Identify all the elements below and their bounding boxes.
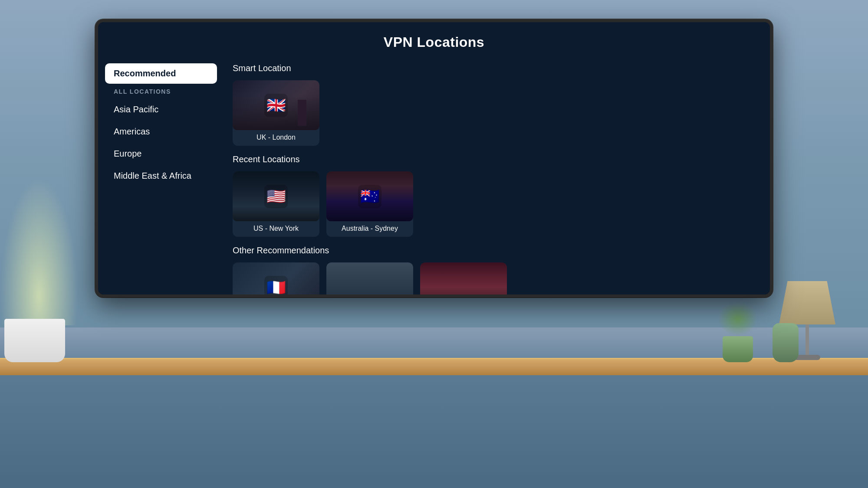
tv-screen: VPN Locations Recommended ALL LOCATIONS … bbox=[98, 22, 770, 295]
location-card-us-new-york[interactable]: 🇺🇸 US - New York bbox=[233, 171, 319, 237]
vase-right bbox=[768, 323, 803, 362]
page-title: VPN Locations bbox=[98, 22, 770, 59]
tv-frame: VPN Locations Recommended ALL LOCATIONS … bbox=[95, 20, 773, 297]
card-image-uk-london: 🇬🇧 bbox=[233, 80, 319, 130]
sidebar-item-americas[interactable]: Americas bbox=[105, 121, 217, 142]
card-image-us-ny: 🇺🇸 bbox=[233, 171, 319, 221]
card-label-uk-london: UK - London bbox=[233, 130, 319, 146]
plant-small-right bbox=[716, 301, 760, 362]
location-card-unknown1[interactable] bbox=[326, 262, 413, 295]
sunset-background bbox=[420, 262, 507, 295]
tv-body: Recommended ALL LOCATIONS Asia Pacific A… bbox=[98, 59, 770, 295]
gray-background bbox=[326, 262, 413, 295]
section-recent-locations-title: Recent Locations bbox=[233, 154, 757, 164]
flag-uk: 🇬🇧 bbox=[264, 94, 288, 117]
card-image-unknown1 bbox=[326, 262, 413, 295]
vase-body bbox=[773, 323, 799, 362]
other-recommendations-grid: 🇫🇷 France bbox=[233, 262, 757, 295]
flag-au: 🇦🇺 bbox=[358, 185, 381, 208]
card-label-us-ny: US - New York bbox=[233, 221, 319, 237]
card-image-sydney: 🇦🇺 bbox=[326, 171, 413, 221]
section-smart-location-title: Smart Location bbox=[233, 63, 757, 73]
location-card-france[interactable]: 🇫🇷 France bbox=[233, 262, 319, 295]
plant-pot-small bbox=[723, 336, 753, 362]
sidebar-item-europe[interactable]: Europe bbox=[105, 144, 217, 164]
location-card-australia-sydney[interactable]: 🇦🇺 Australia - Sydney bbox=[326, 171, 413, 237]
recent-locations-grid: 🇺🇸 US - New York 🇦🇺 Australia - Sydney bbox=[233, 171, 757, 237]
flag-fr: 🇫🇷 bbox=[264, 276, 288, 295]
sidebar-item-recommended[interactable]: Recommended bbox=[105, 63, 217, 84]
location-card-uk-london[interactable]: 🇬🇧 UK - London bbox=[233, 80, 319, 146]
lamp-shade bbox=[779, 281, 835, 324]
plant-leaves bbox=[718, 301, 757, 336]
plant-left bbox=[0, 180, 95, 362]
plant-flowers bbox=[0, 178, 78, 325]
location-card-unknown2[interactable] bbox=[420, 262, 507, 295]
lamp-base bbox=[806, 324, 809, 355]
flag-us: 🇺🇸 bbox=[264, 185, 288, 208]
smart-location-grid: 🇬🇧 UK - London bbox=[233, 80, 757, 146]
sidebar: Recommended ALL LOCATIONS Asia Pacific A… bbox=[98, 59, 224, 295]
main-content: Smart Location 🇬🇧 UK - London Recent Loc… bbox=[224, 59, 770, 295]
card-image-unknown2 bbox=[420, 262, 507, 295]
section-other-recommendations-title: Other Recommendations bbox=[233, 246, 757, 255]
card-image-france: 🇫🇷 bbox=[233, 262, 319, 295]
sidebar-section-header: ALL LOCATIONS bbox=[105, 85, 217, 98]
sidebar-item-asia-pacific[interactable]: Asia Pacific bbox=[105, 99, 217, 120]
sidebar-item-middle-east-africa[interactable]: Middle East & Africa bbox=[105, 166, 217, 186]
card-label-australia-sydney: Australia - Sydney bbox=[326, 221, 413, 237]
plant-pot bbox=[4, 319, 65, 362]
